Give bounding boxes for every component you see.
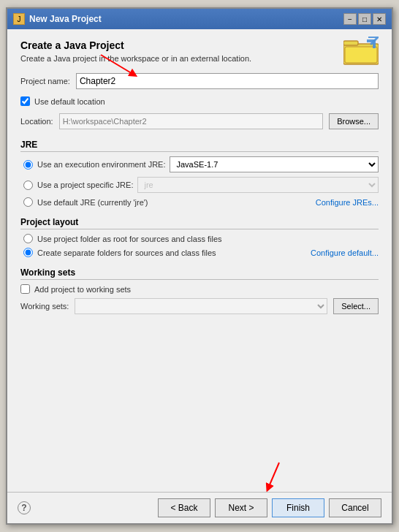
jre-radio-group: Use an execution environment JRE: JavaSE… [20, 156, 379, 207]
jre-option1-select[interactable]: JavaSE-1.7 [170, 156, 379, 172]
finish-button[interactable]: Finish [272, 498, 324, 517]
java-icon: J [13, 13, 25, 25]
layout-option1-row: Use project folder as root for sources a… [23, 234, 379, 243]
working-sets-select [75, 298, 327, 314]
layout-option1-radio[interactable] [23, 234, 33, 243]
folder-icon [343, 37, 379, 66]
spacer [20, 322, 379, 484]
project-name-input[interactable] [76, 73, 379, 89]
cancel-button[interactable]: Cancel [329, 498, 381, 517]
dialog-content: Create a Java Project Create a Java proj… [7, 29, 392, 492]
location-label: Location: [20, 117, 53, 126]
jre-option1-label: Use an execution environment JRE: [37, 160, 165, 169]
use-default-location-row: Use default location [20, 96, 379, 106]
bottom-bar: ? < Back Next > Finish Cancel [7, 492, 392, 523]
project-name-label: Project name: [20, 77, 70, 86]
working-sets-divider [20, 279, 379, 280]
header-section: Create a Java Project Create a Java proj… [20, 39, 379, 66]
jre-option3-label: Use default JRE (currently 'jre') [37, 198, 148, 207]
layout-option2-radio[interactable] [23, 248, 33, 257]
jre-divider [20, 151, 379, 152]
add-to-working-sets-checkbox[interactable] [20, 284, 30, 294]
configure-default-link[interactable]: Configure default... [311, 248, 379, 257]
jre-option2-select: jre [137, 177, 379, 193]
use-default-location-checkbox[interactable] [20, 96, 30, 106]
jre-option1-radio[interactable] [23, 160, 33, 170]
working-sets-select-row: Working sets: Select... [20, 298, 379, 314]
project-name-row: Project name: [20, 73, 379, 89]
next-button[interactable]: Next > [215, 498, 267, 517]
layout-option2-row: Create separate folders for sources and … [23, 248, 379, 257]
working-sets-title: Working sets [20, 267, 379, 278]
jre-option2-radio[interactable] [23, 180, 33, 190]
use-default-location-label: Use default location [34, 97, 105, 106]
working-sets-section: Working sets Add project to working sets… [20, 267, 379, 314]
dialog-description: Create a Java project in the workspace o… [20, 54, 251, 63]
title-buttons: − □ ✕ [343, 13, 386, 25]
jre-option3-row: Use default JRE (currently 'jre') Config… [23, 197, 379, 207]
project-name-section: Project name: [20, 73, 379, 89]
window-title: New Java Project [29, 14, 102, 24]
new-java-project-dialog: J New Java Project − □ ✕ Create a Java P… [6, 7, 393, 525]
project-layout-title: Project layout [20, 217, 379, 227]
maximize-button[interactable]: □ [358, 13, 371, 25]
title-bar: J New Java Project − □ ✕ [7, 9, 392, 29]
location-input [59, 113, 323, 129]
working-sets-label: Working sets: [20, 302, 69, 311]
location-row: Location: Browse... [20, 113, 379, 129]
back-button[interactable]: < Back [158, 498, 210, 517]
layout-option2-label: Create separate folders for sources and … [37, 248, 216, 257]
minimize-button[interactable]: − [343, 13, 357, 25]
working-sets-select-button[interactable]: Select... [333, 298, 379, 314]
layout-option1-label: Use project folder as root for sources a… [37, 235, 222, 243]
add-to-working-sets-row: Add project to working sets [20, 284, 379, 294]
svg-rect-2 [345, 47, 377, 63]
jre-option1-row: Use an execution environment JRE: JavaSE… [23, 156, 379, 172]
help-button[interactable]: ? [18, 501, 31, 514]
title-bar-left: J New Java Project [13, 13, 102, 25]
jre-option2-label: Use a project specific JRE: [37, 180, 133, 189]
add-to-working-sets-label: Add project to working sets [34, 285, 131, 294]
jre-option2-row: Use a project specific JRE: jre [23, 177, 379, 193]
jre-section-title: JRE [20, 140, 379, 150]
close-button[interactable]: ✕ [373, 13, 386, 25]
header-text: Create a Java Project Create a Java proj… [20, 39, 251, 63]
jre-option3-radio[interactable] [23, 197, 33, 207]
dialog-title: Create a Java Project [20, 39, 251, 51]
jre-section: JRE Use an execution environment JRE: Ja… [20, 140, 379, 207]
svg-rect-1 [343, 41, 358, 45]
project-layout-divider [20, 229, 379, 229]
project-layout-radio-group: Use project folder as root for sources a… [20, 234, 379, 257]
bottom-buttons: < Back Next > Finish Cancel [158, 498, 381, 517]
project-layout-section: Project layout Use project folder as roo… [20, 217, 379, 257]
configure-jres-link[interactable]: Configure JREs... [316, 198, 379, 207]
browse-button[interactable]: Browse... [329, 113, 379, 129]
